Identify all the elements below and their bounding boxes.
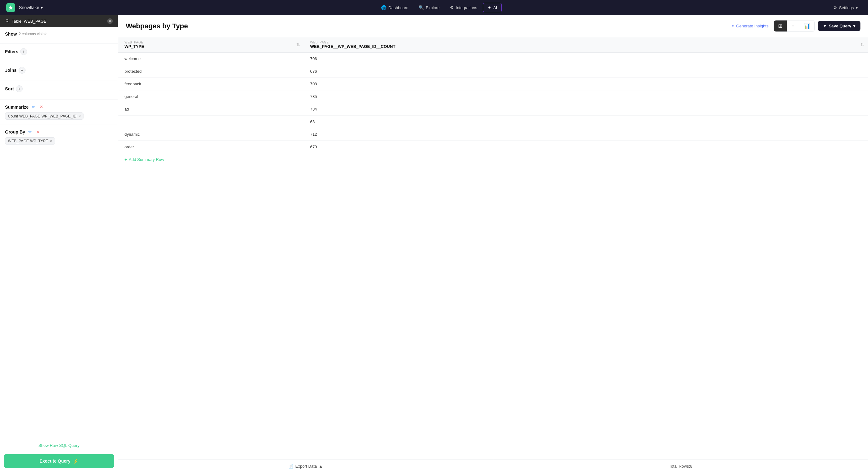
lightning-icon: ⚡ (73, 459, 79, 464)
summarize-edit-button[interactable]: ✏ (31, 104, 37, 110)
nav-explore[interactable]: 🔍 Explore (414, 3, 444, 12)
group-by-table: WEB_PAGE (8, 139, 29, 143)
table-row: dynamic 712 (118, 128, 868, 141)
sidebar: 🗄 Table: WEB_PAGE × Show 2 columns visib… (0, 15, 118, 473)
nav-dashboard[interactable]: 🌐 Dashboard (377, 3, 413, 12)
group-by-header: Group By ✏ ✕ (5, 129, 113, 135)
cell-type: order (118, 141, 304, 154)
chart-view-icon: 📊 (804, 23, 810, 29)
table-row: general 735 (118, 90, 868, 103)
gear-icon: ⚙ (833, 5, 837, 10)
filters-header: Filters + (5, 48, 113, 55)
cell-count: 63 (304, 115, 868, 128)
summarize-section: Summarize ✏ ✕ Count WEB_PAGE WP_WEB_PAGE… (0, 100, 118, 124)
save-query-button[interactable]: ▼ Save Query ▾ (818, 21, 861, 31)
filters-label: Filters (5, 49, 18, 54)
cell-count: 734 (304, 103, 868, 115)
save-query-chevron-icon: ▾ (853, 24, 856, 28)
search-icon: 🔍 (418, 5, 424, 10)
plus-icon: + (124, 157, 127, 162)
summarize-table: WEB_PAGE (19, 114, 40, 119)
col-header-wp-type[interactable]: WEB_PAGE WP_TYPE ⇅ (118, 37, 304, 52)
show-label: Show (5, 32, 17, 37)
export-data-button[interactable]: 📄 Export Data ▲ (118, 460, 493, 473)
total-rows: Total Rows:8 (493, 460, 868, 473)
view-chart-button[interactable]: 📊 (799, 21, 814, 32)
filter-icon: ▼ (823, 24, 827, 28)
show-sql-button[interactable]: Show Raw SQL Query (0, 439, 118, 451)
generate-insights-button[interactable]: ✦ Generate Insights (731, 24, 769, 28)
table-close-button[interactable]: × (107, 18, 113, 24)
sort-icon-wp-type: ⇅ (296, 42, 300, 47)
cell-type: feedback (118, 78, 304, 90)
table-row: order 670 (118, 141, 868, 154)
table-row: protected 676 (118, 65, 868, 78)
joins-label: Joins (5, 68, 17, 73)
settings-chevron-icon: ▾ (856, 5, 858, 10)
table-row: ad 734 (118, 103, 868, 115)
group-by-edit-button[interactable]: ✏ (27, 129, 33, 135)
top-nav: Snowflake ▾ 🌐 Dashboard 🔍 Explore ⚙ Inte… (0, 0, 868, 15)
data-table-container: WEB_PAGE WP_TYPE ⇅ WEB_PAGE WEB_PAGE__WP… (118, 37, 868, 459)
group-by-chip-remove[interactable]: × (50, 139, 53, 143)
content-header: Webpages by Type ✦ Generate Insights ⊞ ≡… (118, 15, 868, 37)
summarize-chip[interactable]: Count WEB_PAGE WP_WEB_PAGE_ID × (5, 112, 84, 120)
table-icon: 🗄 (5, 19, 9, 24)
cell-count: 735 (304, 90, 868, 103)
group-by-delete-button[interactable]: ✕ (35, 129, 41, 135)
sparkle-icon: ✦ (731, 24, 735, 28)
summarize-chip-remove[interactable]: × (79, 114, 81, 119)
col-header-count[interactable]: WEB_PAGE WEB_PAGE__WP_WEB_PAGE_ID__COUNT… (304, 37, 868, 52)
show-section: Show 2 columns visible (0, 27, 118, 44)
view-list-button[interactable]: ≡ (787, 21, 799, 32)
view-toggle-group: ⊞ ≡ 📊 (773, 20, 814, 32)
globe-icon: 🌐 (381, 5, 386, 10)
cell-count: 670 (304, 141, 868, 154)
export-icon: 📄 (288, 464, 293, 469)
nav-center: 🌐 Dashboard 🔍 Explore ⚙ Integrations ✦ A… (52, 3, 827, 12)
filters-add-button[interactable]: + (20, 48, 27, 55)
execute-query-button[interactable]: Execute Query ⚡ (4, 454, 114, 468)
summarize-header: Summarize ✏ ✕ (5, 104, 113, 110)
sidebar-table-header: 🗄 Table: WEB_PAGE × (0, 15, 118, 27)
cell-type: - (118, 115, 304, 128)
view-table-button[interactable]: ⊞ (774, 21, 787, 32)
table-footer: 📄 Export Data ▲ Total Rows:8 (118, 459, 868, 473)
nav-ai[interactable]: ✦ AI (483, 3, 502, 12)
table-view-icon: ⊞ (778, 23, 782, 29)
settings-button[interactable]: ⚙ Settings ▾ (830, 3, 862, 12)
brand-name[interactable]: Snowflake ▾ (19, 5, 43, 10)
sort-header: Sort + (5, 85, 113, 92)
group-by-chip[interactable]: WEB_PAGE WP_TYPE × (5, 137, 55, 144)
table-header-row: WEB_PAGE WP_TYPE ⇅ WEB_PAGE WEB_PAGE__WP… (118, 37, 868, 52)
export-chevron-icon: ▲ (319, 464, 323, 469)
table-name-label: Table: WEB_PAGE (12, 19, 46, 24)
cell-type: general (118, 90, 304, 103)
page-title: Webpages by Type (126, 22, 731, 30)
nav-integrations[interactable]: ⚙ Integrations (445, 3, 482, 12)
data-table: WEB_PAGE WP_TYPE ⇅ WEB_PAGE WEB_PAGE__WP… (118, 37, 868, 154)
table-row: welcome 706 (118, 52, 868, 65)
ai-sparkle-icon: ✦ (488, 5, 491, 10)
sidebar-spacer (0, 149, 118, 439)
table-body: welcome 706 protected 676 feedback 708 g… (118, 52, 868, 154)
cell-count: 708 (304, 78, 868, 90)
sort-section: Sort + (0, 81, 118, 100)
group-by-label: Group By (5, 129, 25, 134)
joins-add-button[interactable]: + (19, 67, 26, 74)
cell-type: protected (118, 65, 304, 78)
list-view-icon: ≡ (792, 23, 794, 29)
integrations-icon: ⚙ (450, 5, 454, 10)
add-summary-row-button[interactable]: + Add Summary Row (118, 154, 170, 166)
joins-header: Joins + (5, 67, 113, 74)
svg-marker-0 (8, 5, 13, 10)
app-logo (6, 3, 15, 12)
cell-count: 676 (304, 65, 868, 78)
summarize-delete-button[interactable]: ✕ (38, 104, 44, 110)
cell-type: welcome (118, 52, 304, 65)
sort-add-button[interactable]: + (16, 85, 23, 92)
brand-chevron-icon: ▾ (41, 5, 43, 10)
content-area: Webpages by Type ✦ Generate Insights ⊞ ≡… (118, 15, 868, 473)
group-by-field: WP_TYPE (30, 139, 48, 143)
cell-count: 706 (304, 52, 868, 65)
